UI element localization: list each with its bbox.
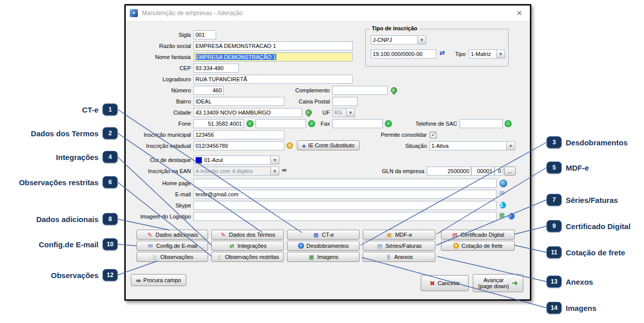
whatsapp-icon[interactable] <box>505 120 512 127</box>
nav-imagens[interactable]: Imagens <box>287 252 360 262</box>
nav-observacoes-restritas[interactable]: Observações restritas <box>211 252 284 262</box>
title-bar[interactable]: Manutenção de empresas - Alteração <box>126 6 530 21</box>
annotation-anexos: 13 Anexos <box>547 276 593 288</box>
annotation-certificado-digital: 9 Certificado Digital <box>547 220 630 232</box>
annotation-label: Dados adicionais <box>36 215 98 224</box>
matriz-value: 1-Matriz <box>471 50 496 58</box>
nav-certificado-digital[interactable]: Certificado Digital <box>441 230 515 240</box>
annotation-series-faturas: 7 Séries/Faturas <box>547 194 618 206</box>
whatsapp-icon[interactable] <box>385 120 392 127</box>
numero-input[interactable]: 460 <box>193 86 224 95</box>
chevron-down-icon[interactable] <box>346 109 355 117</box>
nav-label: CT-e <box>322 232 334 238</box>
cep-label: CEP <box>126 64 191 73</box>
chevron-down-icon[interactable] <box>496 50 505 58</box>
cidade-input[interactable]: 43.13409 NOVO HAMBURGO <box>193 108 302 117</box>
nav-dados-adicionais[interactable]: Dados adicionais <box>136 230 208 240</box>
skype-icon[interactable] <box>500 202 506 208</box>
nome-fantasia-input[interactable]: EMPRESA DEMONSTRAÇÃO 1 <box>193 52 353 62</box>
logotipo-label: Imagem do Logotipo <box>126 212 191 221</box>
skype-input[interactable] <box>193 201 497 210</box>
skype-label: Skype <box>126 201 191 210</box>
nome-fantasia-label: Nome fantasia <box>126 52 191 62</box>
nav-observacoes[interactable]: Observações <box>136 252 208 262</box>
annotation-label: Desdobramentos <box>566 138 628 147</box>
nav-dados-dos-termos[interactable]: Dados dos Termos <box>211 230 284 240</box>
image-icon[interactable] <box>499 211 505 219</box>
globe-icon[interactable] <box>500 180 507 187</box>
annotation-badge: 11 <box>547 246 562 258</box>
envelope-icon[interactable] <box>499 189 505 197</box>
fone2-input[interactable] <box>256 119 306 128</box>
fax-label: Fax <box>305 119 330 128</box>
cor-destaque-select[interactable]: 01-Azul <box>193 155 279 165</box>
close-button[interactable]: ✕ <box>509 6 530 21</box>
nav-integracoes[interactable]: Integrações <box>211 241 284 251</box>
paperclip-icon <box>385 254 392 260</box>
procura-campo-button[interactable]: Procura campo <box>131 274 186 286</box>
selected-text: EMPRESA DEMONSTRAÇÃO 1 <box>195 54 276 60</box>
nav-mdf-e[interactable]: MDF-e <box>363 230 435 240</box>
cnpj-input[interactable]: 19.100.000/0000-00 <box>371 49 436 59</box>
telefone-sac-input[interactable] <box>460 119 503 128</box>
nav-label: Observações <box>161 254 193 260</box>
home-page-input[interactable] <box>193 179 497 188</box>
cancelar-button[interactable]: Cancelar <box>421 275 469 291</box>
annotation-desdobramentos: 3 Desdobramentos <box>547 136 628 148</box>
tipo-inscricao-select[interactable]: J-CNPJ <box>371 35 426 44</box>
cor-destaque-value: 01-Azul <box>204 156 270 164</box>
logradouro-input[interactable]: RUA TUPANCIRETÃ <box>193 75 353 84</box>
nav-ct-e[interactable]: CT-e <box>287 230 360 240</box>
nav-cotacao-frete[interactable]: Cotação de frete <box>441 241 515 251</box>
caixa-postal-input[interactable] <box>332 97 358 106</box>
matriz-select[interactable]: 1-Matriz <box>469 49 505 59</box>
map-pin-icon[interactable] <box>390 86 399 95</box>
annotation-label: MDF-e <box>566 164 589 172</box>
chevron-down-icon[interactable] <box>270 156 279 164</box>
ie-contr-substituto-button[interactable]: IE Contr.Substituto <box>297 140 360 150</box>
uf-select[interactable]: RS <box>332 108 355 117</box>
avancar-button[interactable]: Avançar (page down) <box>473 274 523 292</box>
logotipo-input[interactable] <box>193 212 497 221</box>
caixa-postal-label: Caixa Postal <box>265 97 330 106</box>
permite-consolidar-checkbox[interactable] <box>430 132 436 138</box>
annotation-badge: 14 <box>547 302 562 314</box>
nav-config-email[interactable]: Config.de E-mail <box>136 241 208 251</box>
package-icon <box>386 232 392 238</box>
nav-desdobramentos[interactable]: Desdobramentos <box>287 241 360 251</box>
cep-input[interactable]: 93.334-480 <box>193 64 239 73</box>
annotation-dados-dos-termos: Dados dos Termos 2 <box>31 127 118 139</box>
inscricao-municipal-input[interactable]: 123456 <box>193 130 284 139</box>
avancar-label: Avançar <box>483 277 504 283</box>
email-input[interactable]: teste@gmail.com <box>193 190 497 199</box>
validate-cnpj-icon[interactable] <box>439 49 445 57</box>
inscricao-ean-select[interactable]: 4-Inscrito com 4 dígitos <box>193 167 279 176</box>
chevron-down-icon[interactable] <box>506 142 515 150</box>
fone-label: Fone <box>126 119 191 128</box>
gln-prefix-input[interactable]: 2500000 <box>427 167 471 176</box>
fone-input[interactable]: 51.3582.4001 <box>193 119 244 128</box>
annotation-badge: 12 <box>103 269 118 281</box>
whatsapp-icon[interactable] <box>246 120 254 127</box>
razao-social-input[interactable]: EMPRESA DEMONSTRACAO 1 <box>193 41 353 50</box>
sigla-input[interactable]: 001 <box>193 30 216 39</box>
complemento-input[interactable] <box>332 86 388 95</box>
situacao-select[interactable]: 1-Ativa <box>429 141 515 150</box>
binoculars-icon[interactable] <box>282 166 286 174</box>
tax-icon[interactable] <box>286 142 293 149</box>
procura-campo-label: Procura campo <box>143 277 181 283</box>
nav-label: Config.de E-mail <box>156 243 197 249</box>
nav-anexos[interactable]: Anexos <box>363 252 435 262</box>
gln-more-button[interactable]: ... <box>504 167 516 176</box>
help-icon[interactable] <box>508 213 515 220</box>
nav-series-faturas[interactable]: Séries/Faturas <box>363 241 435 251</box>
chevron-down-icon[interactable] <box>270 167 279 175</box>
annotation-mdf-e: 5 MDF-e <box>547 162 589 174</box>
inscricao-estadual-input[interactable]: 012/3456789 <box>193 141 284 150</box>
cidade-label: Cidade <box>126 108 191 117</box>
chevron-down-icon[interactable] <box>417 36 426 44</box>
note-icon <box>152 254 158 260</box>
gln-number-input[interactable]: 00001 <box>471 167 494 176</box>
gln-digit-input[interactable]: 0 <box>494 167 503 176</box>
fax-input[interactable] <box>332 119 383 128</box>
